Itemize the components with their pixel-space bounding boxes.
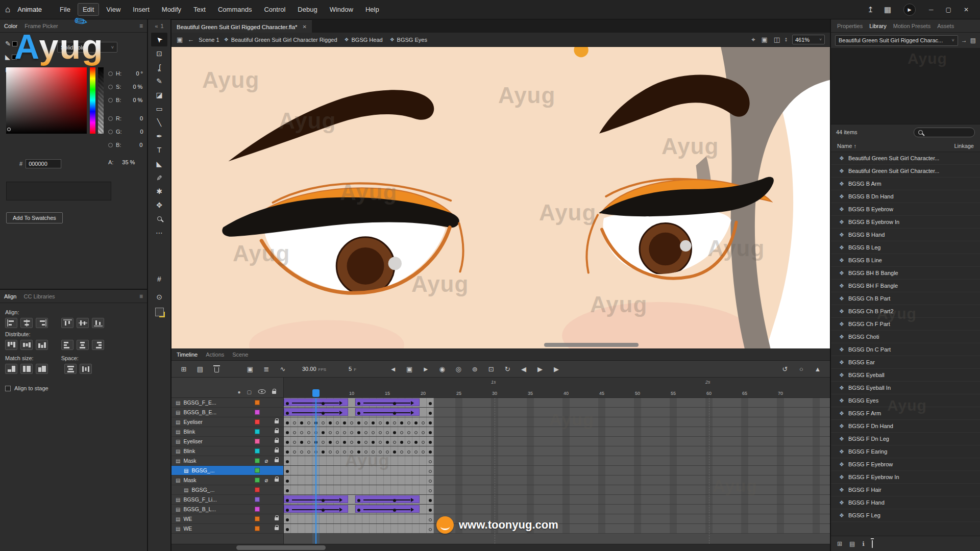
b2-value[interactable]: 0 [124, 142, 142, 148]
fill-color-swatch[interactable] [12, 55, 17, 60]
s-radio[interactable] [108, 85, 113, 89]
keyframe[interactable] [300, 421, 303, 424]
playhead-line[interactable] [315, 398, 316, 544]
keyframe[interactable] [322, 509, 325, 512]
keyframe[interactable] [286, 412, 289, 415]
keyframe[interactable] [286, 470, 289, 473]
layer-frames-row[interactable] [284, 466, 830, 475]
lasso-tool[interactable]: ʆ [151, 60, 167, 74]
blank-keyframe[interactable] [429, 528, 432, 531]
new-symbol-icon[interactable]: ⊞ [837, 540, 842, 547]
layer-row[interactable]: ▤Eyeliser [172, 437, 283, 446]
blank-keyframe[interactable] [364, 431, 368, 434]
blank-keyframe[interactable] [350, 441, 353, 444]
layer-row[interactable]: ▤BGSG_F_E... [172, 398, 283, 408]
layer-outline-color[interactable] [255, 487, 260, 492]
keyframe[interactable] [357, 431, 360, 434]
layer-frames-row[interactable] [284, 524, 830, 534]
tab-frame-picker[interactable]: Frame Picker [24, 23, 58, 29]
blank-keyframe[interactable] [293, 450, 296, 454]
blank-keyframe[interactable] [379, 441, 382, 444]
breadcrumb-item-2[interactable]: ❖BGSG Eyes [390, 37, 427, 43]
library-item[interactable]: ❖BGSG BH B Bangle [831, 267, 980, 280]
blank-keyframe[interactable] [336, 431, 339, 434]
reset-icon[interactable]: ↺ [779, 363, 791, 374]
layer-hidden-icon[interactable]: ⌀ [263, 477, 270, 484]
home-icon[interactable]: ⌂ [5, 5, 10, 15]
layer-outline-color[interactable] [255, 439, 260, 444]
library-item[interactable]: ❖BGSG F Leg [831, 509, 980, 522]
layer-frames-row[interactable] [284, 456, 830, 466]
blank-keyframe[interactable] [414, 431, 418, 434]
close-tab-icon[interactable]: ✕ [303, 24, 307, 30]
blank-keyframe[interactable] [429, 489, 432, 492]
stage[interactable]: AyugAyugAyugAyugAyugAyugAyugAyugAyugAyug [172, 47, 830, 348]
layer-outline-color[interactable] [255, 429, 260, 434]
blank-keyframe[interactable] [300, 431, 303, 434]
keyframe[interactable] [429, 402, 432, 405]
hue-slider[interactable] [90, 67, 95, 134]
stroke-color-swatch[interactable] [12, 41, 17, 46]
minimize-button[interactable]: ─ [923, 5, 940, 14]
library-item[interactable]: ❖BGSG F Hand [831, 496, 980, 509]
next-keyframe-icon[interactable]: ► [420, 363, 432, 374]
layer-row[interactable]: ▤BGSG_... [172, 466, 283, 475]
b2-radio[interactable] [108, 143, 113, 147]
panel-menu-icon[interactable]: ≡ [139, 293, 143, 300]
new-folder-icon[interactable]: ▤ [194, 363, 206, 374]
keyframe[interactable] [357, 402, 360, 405]
fps-value[interactable]: 30.00FPS [302, 366, 326, 372]
layer-outline-color[interactable] [255, 458, 260, 463]
space-v-button[interactable] [64, 364, 77, 374]
show-hide-all-icon[interactable] [258, 389, 266, 395]
layer-frames-row[interactable] [284, 475, 830, 485]
keyframe[interactable] [372, 441, 375, 444]
layer-outline-color[interactable] [255, 468, 260, 473]
eyedropper-tool[interactable]: ✐ [151, 170, 167, 184]
layer-parenting-icon[interactable]: ≣ [260, 363, 273, 374]
blank-keyframe[interactable] [422, 441, 425, 444]
keyframe[interactable] [286, 402, 289, 405]
layer-lock-icon[interactable] [273, 479, 280, 482]
more-tools[interactable]: ⋯ [151, 226, 167, 239]
fill-color-chip[interactable]: ◣ [5, 53, 22, 61]
new-library-panel-icon[interactable]: ▤ [970, 37, 976, 44]
test-movie-button[interactable]: ▶ [903, 4, 916, 16]
onion-skin-icon[interactable]: ◎ [452, 363, 464, 374]
library-item[interactable]: ❖BGSG Eyes [831, 394, 980, 407]
keyframe[interactable] [286, 480, 289, 483]
keyframe[interactable] [357, 441, 360, 444]
tab-assets[interactable]: Assets [937, 23, 954, 29]
keyframe[interactable] [322, 412, 325, 415]
blank-keyframe[interactable] [407, 441, 410, 444]
back-icon[interactable]: ← [187, 36, 194, 43]
dist-center-button[interactable] [77, 340, 89, 350]
align-middle-button[interactable] [77, 318, 89, 328]
layer-outline-color[interactable] [255, 516, 260, 521]
timeline-ruler[interactable]: 5101520253035404550556065701s2s [284, 378, 830, 398]
keyframe[interactable] [343, 421, 346, 424]
keyframe[interactable] [372, 421, 375, 424]
library-item[interactable]: ❖BGSG B Arm [831, 178, 980, 190]
dist-bottom-button[interactable] [36, 340, 48, 350]
layer-lock-icon[interactable] [273, 420, 280, 423]
snap-objects-icon[interactable]: ⊙ [151, 290, 167, 304]
alpha-slider[interactable] [98, 67, 104, 134]
blank-keyframe[interactable] [350, 431, 353, 434]
delete-icon[interactable] [872, 540, 873, 547]
library-item[interactable]: ❖BGSG F Dn Leg [831, 433, 980, 445]
h-value[interactable]: 0 ° [125, 70, 143, 77]
layer-outline-color[interactable] [255, 478, 260, 483]
keyframe[interactable] [286, 450, 289, 454]
step-forward-icon[interactable]: ▶ [550, 363, 562, 374]
free-transform-tool[interactable]: ⊡ [151, 46, 167, 60]
match-both-button[interactable] [36, 364, 48, 374]
keyframe[interactable] [357, 450, 360, 454]
blank-keyframe[interactable] [422, 431, 425, 434]
outline-icon[interactable]: ▢ [247, 389, 252, 395]
b-value[interactable]: 0 % [124, 97, 142, 103]
blank-keyframe[interactable] [300, 450, 303, 454]
layer-row[interactable]: ▤Mask⌀ [172, 456, 283, 466]
layer-frames-row[interactable] [284, 437, 830, 446]
rectangle-tool[interactable]: ▭ [151, 102, 167, 115]
